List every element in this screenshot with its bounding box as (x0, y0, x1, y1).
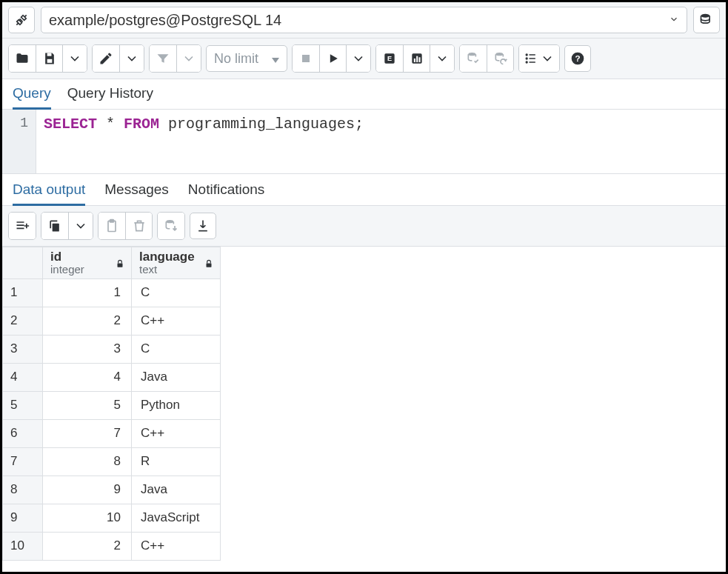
sql-editor[interactable]: 1 SELECT * FROM programming_languages; (2, 110, 726, 173)
cell-id[interactable]: 1 (43, 278, 132, 307)
connection-selector[interactable]: example/postgres@PostgreSQL 14 (41, 7, 687, 33)
table-row[interactable]: 44Java (3, 363, 221, 391)
save-data-button[interactable] (158, 213, 184, 239)
rollback-button[interactable] (487, 45, 513, 72)
pencil-icon (98, 51, 113, 66)
copy-group (41, 212, 93, 240)
row-limit-selector[interactable]: No limit (206, 45, 287, 72)
svg-rect-27 (110, 220, 114, 222)
table-row[interactable]: 33C (3, 335, 221, 363)
row-number-cell[interactable]: 1 (3, 278, 43, 307)
sql-text: * (97, 116, 124, 133)
copy-menu[interactable] (68, 213, 93, 239)
edit-menu[interactable] (119, 45, 144, 72)
open-file-button[interactable] (9, 45, 36, 72)
svg-point-11 (495, 53, 503, 56)
code-area[interactable]: SELECT * FROM programming_languages; (36, 110, 726, 173)
cell-id[interactable]: 2 (43, 307, 132, 335)
row-number-cell[interactable]: 10 (3, 532, 43, 560)
file-group (8, 44, 87, 73)
cell-id[interactable]: 5 (43, 391, 132, 419)
grid-corner-cell[interactable] (3, 247, 43, 279)
cell-language[interactable]: JavaScript (132, 504, 221, 532)
tab-query[interactable]: Query (13, 85, 51, 110)
explain-analyze-button[interactable] (403, 45, 430, 72)
tab-notifications[interactable]: Notifications (188, 181, 265, 205)
edit-button[interactable] (93, 45, 119, 72)
line-gutter: 1 (2, 110, 36, 173)
row-number-cell[interactable]: 3 (3, 335, 43, 363)
execute-menu[interactable] (346, 45, 370, 72)
copy-icon (47, 218, 62, 233)
column-type: integer (50, 264, 124, 276)
result-grid[interactable]: id integer language text 11C22C++33C44Ja… (2, 247, 221, 561)
row-number-cell[interactable]: 7 (3, 447, 43, 475)
stop-icon (298, 51, 313, 66)
clipboard-icon (104, 218, 119, 233)
cell-id[interactable]: 2 (43, 532, 132, 560)
tab-messages[interactable]: Messages (104, 181, 169, 205)
filter-icon (156, 51, 170, 66)
main-toolbar: No limit E (2, 39, 726, 79)
cell-id[interactable]: 9 (43, 475, 132, 504)
play-icon (326, 51, 341, 66)
cell-language[interactable]: C (132, 335, 221, 363)
column-type: text (139, 264, 213, 276)
help-button[interactable]: ? (564, 45, 591, 72)
cell-language[interactable]: Python (132, 391, 221, 419)
column-header-id[interactable]: id integer (43, 247, 132, 279)
cell-id[interactable]: 7 (43, 419, 132, 447)
download-button[interactable] (190, 213, 216, 239)
cell-language[interactable]: C++ (132, 307, 221, 335)
svg-rect-25 (53, 224, 59, 232)
macros-button[interactable] (519, 45, 559, 72)
cell-language[interactable]: Java (132, 363, 221, 391)
row-number-cell[interactable]: 8 (3, 475, 43, 504)
tab-data-output[interactable]: Data output (13, 181, 85, 206)
copy-button[interactable] (41, 213, 68, 239)
table-row[interactable]: 910JavaScript (3, 504, 221, 532)
execute-button[interactable] (319, 45, 346, 72)
cell-id[interactable]: 3 (43, 335, 132, 363)
delete-row-button[interactable] (125, 213, 152, 239)
new-connection-button[interactable] (693, 7, 720, 33)
add-row-button[interactable] (9, 213, 36, 239)
table-row[interactable]: 102C++ (3, 532, 221, 560)
cell-id[interactable]: 8 (43, 447, 132, 475)
table-row[interactable]: 11C (3, 278, 221, 307)
cell-language[interactable]: C++ (132, 532, 221, 560)
explain-menu[interactable] (430, 45, 454, 72)
cell-language[interactable]: C (132, 278, 221, 307)
connection-status-button[interactable] (8, 7, 35, 33)
tab-query-history[interactable]: Query History (67, 85, 153, 109)
row-number-cell[interactable]: 6 (3, 419, 43, 447)
cell-id[interactable]: 10 (43, 504, 132, 532)
row-number-cell[interactable]: 9 (3, 504, 43, 532)
plug-icon (14, 13, 29, 27)
database-check-icon (466, 51, 481, 66)
table-row[interactable]: 55Python (3, 391, 221, 419)
cell-language[interactable]: C++ (132, 419, 221, 447)
save-file-button[interactable] (36, 45, 62, 72)
table-row[interactable]: 78R (3, 447, 221, 475)
row-number-cell[interactable]: 4 (3, 363, 43, 391)
list-icon (524, 51, 538, 66)
row-number-cell[interactable]: 2 (3, 307, 43, 335)
cell-language[interactable]: Java (132, 475, 221, 504)
column-header-language[interactable]: language text (132, 247, 221, 279)
table-row[interactable]: 22C++ (3, 307, 221, 335)
table-row[interactable]: 89Java (3, 475, 221, 504)
table-row[interactable]: 67C++ (3, 419, 221, 447)
commit-button[interactable] (460, 45, 487, 72)
paste-button[interactable] (98, 213, 125, 239)
row-number-cell[interactable]: 5 (3, 391, 43, 419)
editor-tab-bar: Query Query History (2, 79, 726, 110)
cell-id[interactable]: 4 (43, 363, 132, 391)
stop-button[interactable] (293, 45, 319, 72)
cell-language[interactable]: R (132, 447, 221, 475)
filter-menu[interactable] (176, 45, 201, 72)
save-file-menu[interactable] (62, 45, 87, 72)
explain-button[interactable]: E (376, 45, 403, 72)
filter-button[interactable] (150, 45, 176, 72)
svg-rect-3 (302, 55, 310, 62)
